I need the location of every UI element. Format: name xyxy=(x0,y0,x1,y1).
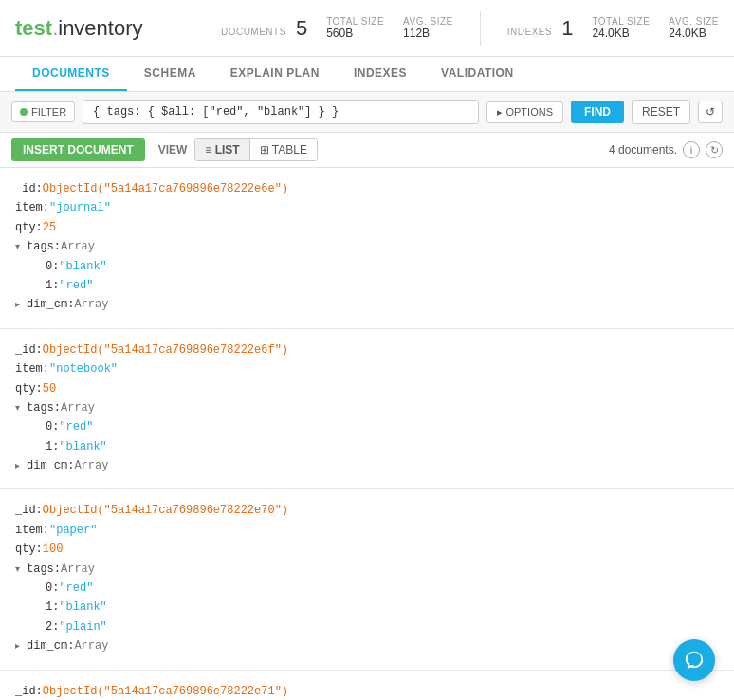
doc-item-row: item: "paper" xyxy=(15,521,719,540)
documents-stat: DOCUMENTS 5 xyxy=(221,16,307,41)
document-card: _id: ObjectId("5a14a17ca769896e78222e6e"… xyxy=(0,168,734,329)
doc-dimcm-row: ▸ dim_cm: Array xyxy=(15,636,719,655)
logo-test: test xyxy=(15,16,52,40)
filter-label: FILTER xyxy=(31,106,66,118)
documents-area: _id: ObjectId("5a14a17ca769896e78222e6e"… xyxy=(0,168,734,700)
indexes-stat: INDEXES 1 xyxy=(507,16,574,41)
query-input[interactable] xyxy=(83,100,479,124)
refresh-button[interactable]: ↻ xyxy=(706,141,723,158)
chat-bubble[interactable] xyxy=(673,639,715,681)
tabs-bar: DOCUMENTS SCHEMA EXPLAIN PLAN INDEXES VA… xyxy=(0,57,734,92)
document-card: _id: ObjectId("5a14a17ca769896e78222e71"… xyxy=(0,671,734,700)
idx-total-size: TOTAL SIZE 24.0KB xyxy=(592,16,650,40)
tab-indexes[interactable]: INDEXES xyxy=(337,57,424,91)
header: test.inventory DOCUMENTS 5 TOTAL SIZE 56… xyxy=(0,0,734,57)
view-label: VIEW xyxy=(158,143,188,157)
doc-tag-item: 0: "red" xyxy=(15,417,719,436)
doc-qty-row: qty: 50 xyxy=(15,379,719,398)
logo: test.inventory xyxy=(15,16,143,41)
tab-documents[interactable]: DOCUMENTS xyxy=(15,57,127,91)
doc-id-row: _id: ObjectId("5a14a17ca769896e78222e6f"… xyxy=(15,341,719,359)
reset-button[interactable]: RESET xyxy=(632,100,690,124)
action-left: INSERT DOCUMENT VIEW ≡ LIST ⊞ TABLE xyxy=(11,138,318,161)
history-button[interactable]: ↺ xyxy=(698,101,723,123)
header-divider xyxy=(480,11,481,46)
document-card: _id: ObjectId("5a14a17ca769896e78222e6f"… xyxy=(0,329,734,490)
indexes-count: 1 xyxy=(561,16,573,41)
filter-active-indicator xyxy=(20,108,28,116)
docs-avg-size: AVG. SIZE 112B xyxy=(403,16,453,40)
action-bar: INSERT DOCUMENT VIEW ≡ LIST ⊞ TABLE 4 do… xyxy=(0,133,734,168)
documents-count: 5 xyxy=(296,16,307,41)
indexes-sizes: TOTAL SIZE 24.0KB AVG. SIZE 24.0KB xyxy=(592,16,719,40)
insert-document-button[interactable]: INSERT DOCUMENT xyxy=(11,138,145,161)
list-view-button[interactable]: ≡ LIST xyxy=(195,139,249,160)
table-view-button[interactable]: ⊞ TABLE xyxy=(250,139,317,160)
doc-qty-row: qty: 25 xyxy=(15,218,719,237)
doc-id-row: _id: ObjectId("5a14a17ca769896e78222e70"… xyxy=(15,501,719,520)
tab-validation[interactable]: VALIDATION xyxy=(424,57,531,91)
tab-schema[interactable]: SCHEMA xyxy=(127,57,213,91)
header-stats: DOCUMENTS 5 TOTAL SIZE 560B AVG. SIZE 11… xyxy=(221,11,719,46)
idx-avg-size: AVG. SIZE 24.0KB xyxy=(669,16,719,40)
doc-tag-item: 1: "blank" xyxy=(15,598,719,617)
info-button[interactable]: i xyxy=(683,141,700,158)
doc-tag-item: 0: "red" xyxy=(15,579,719,598)
filter-button[interactable]: FILTER xyxy=(11,101,75,122)
document-count: 4 documents. xyxy=(609,143,677,157)
docs-total-size: TOTAL SIZE 560B xyxy=(326,16,384,40)
action-right: 4 documents. i ↻ xyxy=(609,141,723,158)
doc-dimcm-row: ▸ dim_cm: Array xyxy=(15,456,719,475)
doc-id-row: _id: ObjectId("5a14a17ca769896e78222e71"… xyxy=(15,682,719,700)
doc-id-row: _id: ObjectId("5a14a17ca769896e78222e6e"… xyxy=(15,179,719,198)
find-button[interactable]: FIND xyxy=(571,101,624,123)
documents-sizes: TOTAL SIZE 560B AVG. SIZE 112B xyxy=(326,16,453,40)
doc-tags-row: ▾ tags: Array xyxy=(15,398,719,417)
doc-tags-row: ▾ tags: Array xyxy=(15,560,719,579)
doc-tag-item: 2: "plain" xyxy=(15,617,719,636)
tab-explain-plan[interactable]: EXPLAIN PLAN xyxy=(213,57,337,91)
doc-dimcm-row: ▸ dim_cm: Array xyxy=(15,295,719,314)
logo-inventory: inventory xyxy=(58,16,142,40)
doc-tags-row: ▾ tags: Array xyxy=(15,237,719,256)
doc-item-row: item: "journal" xyxy=(15,198,719,217)
options-button[interactable]: ▸ OPTIONS xyxy=(486,101,563,123)
documents-label: DOCUMENTS xyxy=(221,27,286,37)
doc-tag-item: 1: "red" xyxy=(15,276,719,295)
doc-tag-item: 0: "blank" xyxy=(15,257,719,276)
document-card: _id: ObjectId("5a14a17ca769896e78222e70"… xyxy=(0,489,734,670)
doc-tag-item: 1: "blank" xyxy=(15,437,719,456)
toolbar: FILTER ▸ OPTIONS FIND RESET ↺ xyxy=(0,92,734,133)
view-toggle: ≡ LIST ⊞ TABLE xyxy=(194,138,318,161)
doc-item-row: item: "notebook" xyxy=(15,359,719,378)
indexes-label: INDEXES xyxy=(507,27,552,37)
doc-qty-row: qty: 100 xyxy=(15,540,719,559)
